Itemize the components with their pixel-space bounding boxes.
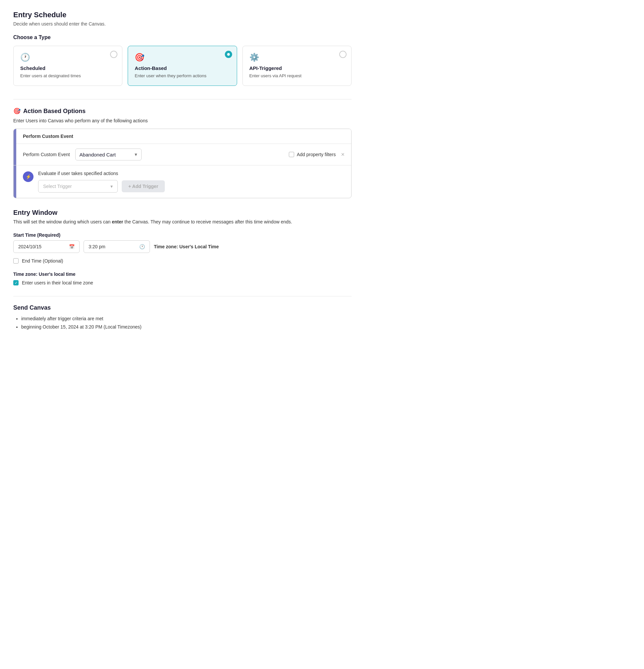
custom-event-row-label: Perform Custom Event	[23, 152, 70, 157]
action-based-header: 🎯 Action Based Options	[13, 108, 351, 115]
add-property-label: Add property filters	[297, 152, 336, 157]
custom-event-dropdown[interactable]: Abandoned Cart ▾	[75, 148, 142, 160]
end-time-checkbox[interactable]	[13, 258, 18, 264]
divider-2	[13, 296, 351, 296]
tz-local-checkbox-label: Enter users in their local time zone	[22, 280, 93, 285]
select-trigger-placeholder: Select Trigger	[43, 184, 72, 189]
entry-window-desc-bold: enter	[112, 219, 123, 225]
time-value: 3:20 pm	[88, 244, 106, 249]
trigger-description: Evaluate if user takes specified actions	[38, 171, 345, 176]
custom-event-section-label: Perform Custom Event	[23, 133, 73, 139]
add-property-filters-group: Add property filters ×	[289, 151, 345, 158]
bolt-icon: ⚡	[23, 171, 33, 182]
add-property-checkbox[interactable]	[289, 152, 294, 157]
api-triggered-desc: Enter users via API request	[249, 73, 345, 79]
radio-action-based[interactable]	[225, 51, 232, 58]
send-canvas-list: immediately after trigger criteria are m…	[13, 315, 351, 331]
choose-type-label: Choose a Type	[13, 34, 351, 40]
type-card-action-based[interactable]: 🎯 Action-Based Enter user when they perf…	[128, 46, 237, 86]
add-trigger-label: + Add Trigger	[128, 184, 158, 189]
action-box: Perform Custom Event Perform Custom Even…	[13, 129, 351, 198]
tz-local-checkbox[interactable]: ✓	[13, 280, 18, 285]
send-canvas-title: Send Canvas	[13, 304, 351, 311]
entry-window-desc: This will set the window during which us…	[13, 219, 351, 225]
api-triggered-title: API-Triggered	[249, 65, 345, 71]
add-trigger-button[interactable]: + Add Trigger	[122, 180, 165, 192]
time-inputs-row: 2024/10/15 📅 3:20 pm 🕐 Time zone: User's…	[13, 240, 351, 253]
type-card-scheduled[interactable]: 🕐 Scheduled Enter users at designated ti…	[13, 46, 122, 86]
dropdown-value: Abandoned Cart	[80, 152, 116, 157]
action-based-subtitle: Enter Users into Canvas who perform any …	[13, 118, 351, 123]
radio-scheduled[interactable]	[110, 51, 117, 58]
scheduled-title: Scheduled	[20, 65, 115, 71]
custom-event-header-row: Perform Custom Event	[16, 129, 351, 144]
trigger-controls: Select Trigger ▾ + Add Trigger	[38, 180, 345, 193]
radio-api-triggered[interactable]	[339, 51, 347, 58]
send-canvas-item-1: immediately after trigger criteria are m…	[21, 315, 351, 323]
scheduled-icon: 🕐	[20, 53, 115, 62]
end-time-row: End Time (Optional)	[13, 258, 351, 264]
tz-local-section: Time zone: User's local time ✓ Enter use…	[13, 271, 351, 285]
entry-window-title: Entry Window	[13, 209, 351, 216]
action-based-section-icon: 🎯	[13, 108, 20, 115]
action-based-icon: 🎯	[135, 53, 230, 62]
custom-event-body-row: Perform Custom Event Abandoned Cart ▾ Ad…	[16, 144, 351, 165]
end-time-label: End Time (Optional)	[22, 258, 63, 264]
calendar-icon: 📅	[69, 244, 75, 249]
divider-1	[13, 99, 351, 99]
trigger-content: Evaluate if user takes specified actions…	[38, 171, 345, 193]
tz-local-title: Time zone: User's local time	[13, 271, 351, 277]
api-triggered-icon: ⚙️	[249, 53, 345, 62]
remove-icon[interactable]: ×	[341, 151, 345, 158]
type-card-api-triggered[interactable]: ⚙️ API-Triggered Enter users via API req…	[242, 46, 351, 86]
action-based-section-title: Action Based Options	[23, 108, 86, 115]
date-value: 2024/10/15	[18, 244, 41, 249]
action-based-title: Action-Based	[135, 65, 230, 71]
time-input[interactable]: 3:20 pm 🕐	[84, 240, 150, 253]
timezone-label: Time zone: User's Local Time	[154, 244, 219, 249]
entry-window-desc-prefix: This will set the window during which us…	[13, 219, 112, 225]
page-subtitle: Decide when users should enter the Canva…	[13, 21, 351, 27]
page-title: Entry Schedule	[13, 11, 351, 19]
chevron-down-icon: ▾	[135, 152, 137, 157]
action-based-desc: Enter user when they perform actions	[135, 73, 230, 79]
trigger-chevron-icon: ▾	[110, 184, 113, 189]
select-trigger-dropdown[interactable]: Select Trigger ▾	[38, 180, 118, 193]
send-canvas-item-2: beginning October 15, 2024 at 3:20 PM (L…	[21, 323, 351, 331]
type-cards-container: 🕐 Scheduled Enter users at designated ti…	[13, 46, 351, 86]
date-input[interactable]: 2024/10/15 📅	[13, 240, 80, 253]
scheduled-desc: Enter users at designated times	[20, 73, 115, 79]
clock-icon: 🕐	[139, 244, 145, 249]
tz-local-row: ✓ Enter users in their local time zone	[13, 280, 351, 285]
entry-window-desc-suffix: the Canvas. They may continue to receive…	[123, 219, 292, 225]
start-time-label: Start Time (Required)	[13, 232, 351, 238]
